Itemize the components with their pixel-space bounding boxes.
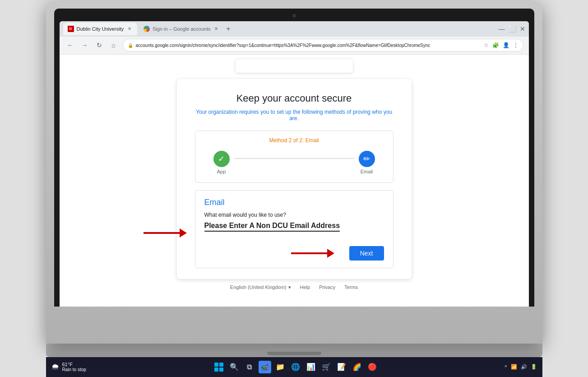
arrow-line-left <box>144 232 180 234</box>
pencil-icon <box>363 154 370 164</box>
extension-icon[interactable]: 🧩 <box>492 42 499 48</box>
battery-icon[interactable]: 🔋 <box>531 364 537 370</box>
arrow-head-right <box>327 249 334 258</box>
email-section-title: Email <box>204 198 384 207</box>
arrow-head-left <box>180 228 187 237</box>
check-icon <box>218 154 225 164</box>
profile-icon[interactable]: 👤 <box>503 42 509 48</box>
window-controls: — ⬜ ✕ <box>499 25 525 33</box>
arrow-line-right <box>291 252 327 254</box>
taskbar: 🌧 61°F Rain to stop 🔍 <box>46 357 542 377</box>
refresh-button[interactable]: ↻ <box>94 40 105 51</box>
page-title: Keep your account secure <box>195 93 394 104</box>
task-view-button[interactable]: ⧉ <box>243 361 256 373</box>
weather-temp: 61°F <box>62 362 86 367</box>
method-progress-card: Method 2 of 2: Email App <box>195 130 394 183</box>
edge-icon[interactable]: 🌐 <box>289 361 302 373</box>
system-tray-expand[interactable]: ^ <box>505 364 507 370</box>
dcu-favicon-icon: D <box>68 26 74 32</box>
tab-google-label: Sign in – Google accounts <box>153 26 210 32</box>
notepad-icon[interactable]: 📝 <box>335 361 348 373</box>
close-icon[interactable]: ✕ <box>520 25 525 33</box>
step-app-circle <box>213 151 230 167</box>
page-subtitle: Your organization requires you to set up… <box>195 109 394 121</box>
email-input-wrapper: Please Enter A Non DCU Email Address <box>204 222 384 239</box>
tab-dcu-label: Dublin City University <box>77 26 124 32</box>
taskbar-right: ^ 📶 🔊 🔋 <box>505 364 537 370</box>
wifi-icon[interactable]: 📶 <box>511 364 517 370</box>
url-bar-actions: ☆ 🧩 👤 ⋮ <box>484 42 519 48</box>
back-button[interactable]: ← <box>65 40 76 51</box>
windows-start-button[interactable] <box>213 361 225 373</box>
forward-button[interactable]: → <box>79 40 90 51</box>
new-tab-button[interactable]: + <box>222 23 235 35</box>
step-connector <box>234 158 354 159</box>
weather-desc: Rain to stop <box>62 367 86 372</box>
bookmark-icon[interactable]: ☆ <box>484 42 489 48</box>
weather-icon: 🌧 <box>51 362 60 372</box>
arrow-right-container <box>291 249 334 258</box>
tab-google[interactable]: Sign in – Google accounts ✕ <box>139 23 220 35</box>
privacy-link[interactable]: Privacy <box>319 284 335 290</box>
tab-google-close[interactable]: ✕ <box>213 26 219 32</box>
step-app: App <box>213 151 230 174</box>
step-email-label: Email <box>361 169 373 174</box>
help-link[interactable]: Help <box>300 284 310 290</box>
explorer-icon[interactable]: 📁 <box>274 361 287 373</box>
screen-bezel: D Dublin City University ✕ Sign in – Goo… <box>54 9 534 307</box>
minimize-icon[interactable]: — <box>499 25 505 33</box>
google-search-partial <box>236 59 353 73</box>
tab-dcu-close[interactable]: ✕ <box>126 26 133 32</box>
webcam <box>292 14 296 18</box>
taskbar-weather: 🌧 61°F Rain to stop <box>51 362 86 372</box>
steps-row: App Email <box>204 149 384 176</box>
lock-icon <box>128 42 133 48</box>
chevron-down-icon: ▾ <box>288 284 291 290</box>
terms-link[interactable]: Terms <box>344 284 358 290</box>
volume-icon[interactable]: 🔊 <box>521 364 527 370</box>
url-text: accounts.google.com/signin/chrome/sync/i… <box>136 43 431 48</box>
taskbar-left: 🌧 61°F Rain to stop <box>51 362 86 372</box>
chrome-icon[interactable]: 🌈 <box>351 361 363 373</box>
email-question: What email would you like to use? <box>204 212 384 218</box>
email-input-value[interactable]: Please Enter A Non DCU Email Address <box>204 222 340 232</box>
left-red-arrow <box>144 228 187 237</box>
address-bar: ← → ↻ ⌂ accounts.google.com/signin/chrom… <box>60 37 529 55</box>
method-label: Method 2 of 2: Email <box>204 137 384 144</box>
tab-bar: D Dublin City University ✕ Sign in – Goo… <box>60 21 529 37</box>
arrow-left-container <box>144 228 187 237</box>
main-card: Keep your account secure Your organizati… <box>177 79 412 279</box>
store-icon[interactable]: 🛒 <box>320 361 333 373</box>
language-label: English (United Kingdom) <box>230 284 287 290</box>
laptop-bottom <box>46 344 542 357</box>
step-app-label: App <box>217 169 226 174</box>
chrome-alt-icon[interactable]: 🔴 <box>366 361 379 373</box>
url-bar[interactable]: accounts.google.com/signin/chrome/sync/i… <box>123 39 523 51</box>
button-row: Next <box>204 246 384 261</box>
task-manager-icon[interactable]: 📊 <box>305 361 317 373</box>
next-button[interactable]: Next <box>349 246 384 261</box>
browser-window: D Dublin City University ✕ Sign in – Goo… <box>60 21 529 307</box>
tab-dcu[interactable]: D Dublin City University ✕ <box>63 23 138 35</box>
step-email-circle <box>359 151 375 167</box>
page-footer: English (United Kingdom) ▾ Help Privacy … <box>230 284 358 290</box>
laptop-hinge <box>267 352 321 355</box>
restore-icon[interactable]: ⬜ <box>509 25 516 33</box>
meet-icon[interactable]: 📹 <box>259 361 271 373</box>
step-email: Email <box>359 151 375 174</box>
email-section: Email What email would you like to use? … <box>195 190 394 268</box>
search-taskbar-button[interactable]: 🔍 <box>228 361 241 373</box>
google-favicon-icon <box>144 26 150 32</box>
language-selector[interactable]: English (United Kingdom) ▾ <box>230 284 291 290</box>
browser-content: Keep your account secure Your organizati… <box>60 55 529 307</box>
right-red-arrow <box>291 249 334 258</box>
taskbar-center: 🔍 ⧉ 📹 📁 🌐 📊 🛒 📝 � <box>90 361 501 373</box>
home-button[interactable]: ⌂ <box>108 40 119 51</box>
menu-icon[interactable]: ⋮ <box>513 42 519 48</box>
laptop-body: D Dublin City University ✕ Sign in – Goo… <box>46 0 542 344</box>
